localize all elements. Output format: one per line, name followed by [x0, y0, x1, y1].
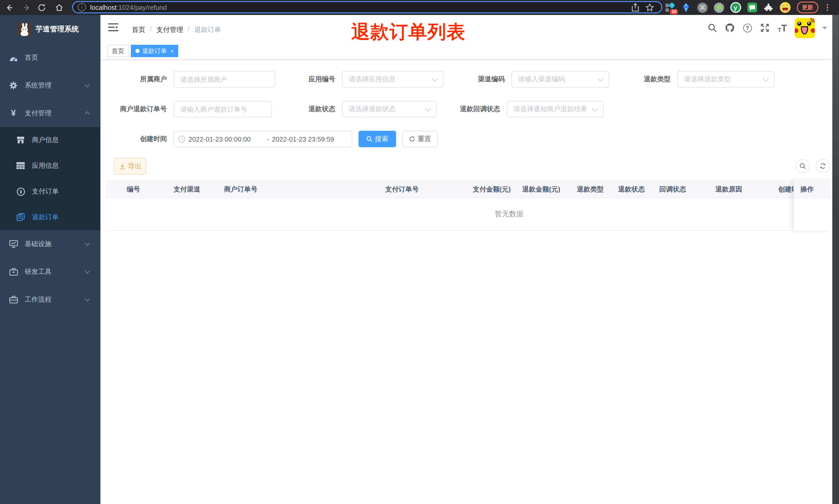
browser-back-icon[interactable] [4, 2, 14, 13]
site-info-icon[interactable]: i [78, 3, 86, 11]
col-refund-reason: 退款原因 [715, 180, 742, 198]
sidebar-item-payment[interactable]: ¥ 支付管理 [0, 100, 101, 127]
browser-home-icon[interactable] [54, 2, 65, 13]
avatar-caret-icon[interactable] [822, 26, 827, 32]
main-area: 首页 / 支付管理 / 退款订单 退款订单列表 ? [101, 15, 832, 504]
refund-type-select[interactable]: 请选择退款类型 [677, 71, 774, 88]
sidebar-item-infrastructure[interactable]: 基础设施 [0, 230, 101, 258]
yen-circle-icon: ¥ [14, 187, 27, 196]
help-icon[interactable]: ? [742, 23, 752, 33]
col-actions: 操作 [794, 180, 830, 198]
font-size-icon[interactable]: TT [777, 23, 787, 33]
refund-docs-icon [14, 213, 27, 221]
toolbox-icon [7, 268, 20, 276]
svg-text:¥: ¥ [19, 189, 22, 194]
chrome-update-button[interactable]: 更新 [797, 2, 818, 13]
sidebar-logo[interactable]: 芋道管理系统 [0, 15, 101, 44]
sidebar-item-home[interactable]: 首页 [0, 44, 101, 72]
merchant-refund-no-input[interactable] [174, 101, 272, 118]
active-tab-dot [136, 49, 140, 53]
url-path: :1024/pay/refund [117, 3, 167, 11]
address-bar[interactable]: i localhost:1024/pay/refund [72, 1, 662, 13]
search-button[interactable]: 搜索 [358, 131, 396, 147]
sidebar-item-pay-order[interactable]: ¥ 支付订单 [0, 179, 101, 204]
chevron-down-icon [85, 82, 90, 87]
merchant-input[interactable] [174, 71, 275, 88]
refund-status-select[interactable]: 请选择退款状态 [342, 101, 437, 118]
monitor-icon [7, 240, 20, 248]
shop-icon [14, 136, 27, 144]
extension-row: 10 ⌘ y 更新 [664, 0, 831, 15]
app-root: i localhost:1024/pay/refund 10 ⌘ [0, 0, 839, 504]
ext-gem-icon[interactable] [680, 2, 692, 13]
sidebar-item-label: 支付管理 [25, 109, 52, 118]
sidebar-item-workflow[interactable]: 工作流程 [0, 286, 101, 313]
chevron-down-icon [592, 106, 598, 111]
avatar[interactable] [795, 18, 815, 38]
browser-forward-icon[interactable] [21, 2, 32, 13]
sidebar-item-app-info[interactable]: 应用信息 [0, 153, 101, 179]
refresh-table-button[interactable] [816, 159, 830, 173]
table-empty-row: 暂无数据 [106, 198, 830, 231]
col-refund-amount: 退款金额(元) [522, 180, 560, 198]
navbar-actions: ? TT [707, 15, 827, 41]
browser-reload-icon[interactable] [36, 2, 47, 13]
range-end-value[interactable]: 2022-01-23 23:59:59 [272, 135, 347, 143]
reset-button[interactable]: 重置 [402, 131, 438, 147]
bookmark-star-icon[interactable] [645, 3, 654, 12]
chevron-down-icon [432, 76, 438, 82]
filter-refund-type: 退款类型 请选择退款类型 [610, 71, 774, 88]
sidebar-item-dev-tools[interactable]: 研发工具 [0, 258, 101, 286]
tab-close-icon[interactable]: × [171, 48, 174, 54]
sidebar: 芋道管理系统 首页 系统管理 ¥ 支付管理 商户信息 [0, 15, 101, 504]
range-start-value[interactable]: 2022-01-23 00:00:00 [189, 135, 264, 143]
search-icon[interactable] [707, 23, 717, 33]
create-time-range-picker[interactable]: 2022-01-23 00:00:00 - 2022-01-23 23:59:5… [174, 131, 352, 147]
breadcrumb-home[interactable]: 首页 [132, 25, 145, 35]
col-pay-amount: 支付金额(元) [473, 180, 511, 198]
sidebar-item-system[interactable]: 系统管理 [0, 72, 101, 100]
filter-channel: 渠道编码 请输入渠道编码 [448, 71, 609, 88]
breadcrumb-separator: / [188, 25, 190, 35]
extensions-puzzle-icon[interactable] [763, 2, 774, 13]
breadcrumb-payment[interactable]: 支付管理 [156, 25, 183, 35]
show-search-toggle-button[interactable] [796, 159, 810, 173]
ext-chat-icon[interactable] [746, 2, 757, 13]
chevron-down-icon [763, 76, 769, 82]
gear-icon [7, 82, 20, 90]
notify-status-select[interactable]: 请选择通知商户退款结果 [507, 101, 604, 118]
hamburger-icon[interactable] [108, 23, 119, 33]
filter-refund-status: 退款状态 请选择退款状态 [278, 101, 437, 118]
empty-text: 暂无数据 [495, 210, 523, 219]
github-icon[interactable] [725, 23, 735, 33]
browser-menu-icon[interactable] [824, 2, 831, 13]
chevron-down-icon [85, 241, 90, 246]
sidebar-item-refund-order[interactable]: 退款订单 [0, 204, 101, 230]
app-select[interactable]: 请选择应用信息 [342, 71, 444, 88]
share-icon[interactable] [631, 3, 639, 12]
ext-badge: 10 [670, 9, 678, 14]
app-title: 芋道管理系统 [36, 25, 79, 34]
filter-app: 应用编号 请选择应用信息 [278, 71, 444, 88]
chevron-down-icon [85, 296, 90, 302]
col-merchant-order-no: 商户订单号 [224, 180, 257, 198]
chevron-down-icon [425, 106, 431, 111]
export-button[interactable]: 导出 [114, 158, 146, 175]
ext-green-dot-icon[interactable] [713, 2, 725, 13]
ext-y-logo-icon[interactable]: y [730, 2, 741, 13]
logo-avatar [18, 23, 31, 36]
chevron-down-icon [598, 76, 604, 82]
filter-notify-status: 退款回调状态 请选择通知商户退款结果 [443, 101, 604, 118]
channel-select[interactable]: 请输入渠道编码 [512, 71, 609, 88]
ext-emoji-icon[interactable] [779, 2, 790, 13]
ext-tab-manager-icon[interactable]: 10 [664, 2, 675, 13]
ext-command-icon[interactable]: ⌘ [697, 2, 708, 13]
tab-home[interactable]: 首页 [107, 45, 129, 57]
breadcrumb-current: 退款订单 [194, 25, 221, 35]
sidebar-item-merchant-info[interactable]: 商户信息 [0, 127, 101, 153]
filter-merchant: 所属商户 [106, 71, 275, 88]
window-scrollbar-strip[interactable] [832, 15, 839, 504]
fullscreen-icon[interactable] [760, 23, 770, 33]
tab-refund-order[interactable]: 退款订单 × [131, 45, 178, 57]
chevron-down-icon [85, 269, 90, 274]
